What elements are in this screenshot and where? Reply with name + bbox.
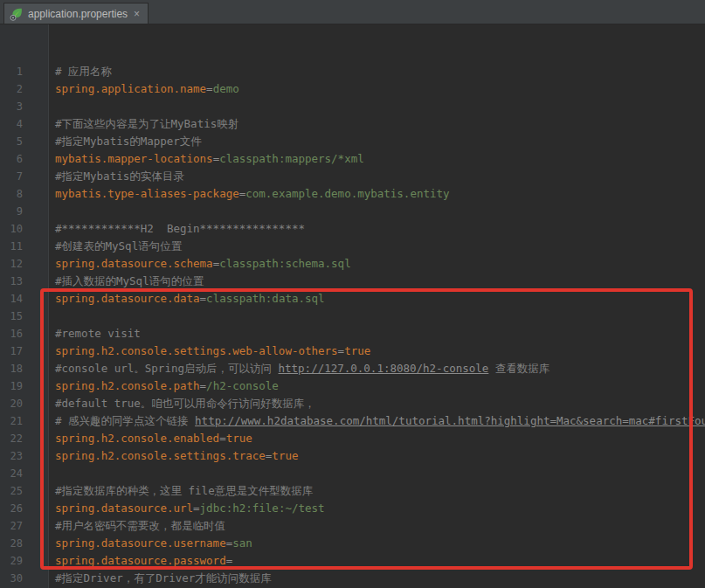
code-line[interactable]: 11#创建表的MySql语句位置 (0, 238, 705, 255)
code-text: #remote visit (23, 325, 141, 342)
code-text: # 感兴趣的同学点这个链接 http://www.h2database.com/… (23, 412, 705, 430)
code-text (23, 308, 55, 325)
code-text: #指定Mybatis的实体目录 (23, 168, 184, 185)
code-line[interactable]: 10#************H2 Begin**************** (0, 220, 705, 238)
line-number: 4 (0, 115, 23, 133)
code-line[interactable]: 9 (0, 203, 705, 220)
editor-tab-bar: application.properties × (0, 0, 705, 24)
code-line[interactable]: 19spring.h2.console.path=/h2-console (0, 377, 705, 395)
line-number: 26 (0, 500, 23, 517)
line-number: 12 (0, 255, 23, 273)
code-line[interactable]: 17spring.h2.console.settings.web-allow-o… (0, 342, 705, 360)
code-text: # 应用名称 (23, 63, 112, 80)
line-number: 29 (0, 552, 23, 570)
code-text: spring.datasource.username=san (23, 535, 252, 552)
code-line[interactable]: 8mybatis.type-aliases-package=com.exampl… (0, 185, 705, 203)
code-text: #console url。Spring启动后，可以访问 http://127.0… (23, 360, 549, 377)
code-line[interactable]: 6mybatis.mapper-locations=classpath:mapp… (0, 150, 705, 168)
line-number: 13 (0, 273, 23, 290)
line-number: 7 (0, 168, 23, 185)
line-number: 24 (0, 465, 23, 482)
tab-application-properties[interactable]: application.properties × (3, 3, 149, 24)
code-text (23, 98, 55, 115)
line-number: 19 (0, 377, 23, 395)
line-number: 20 (0, 395, 23, 412)
code-line[interactable]: 14spring.datasource.data=classpath:data.… (0, 290, 705, 308)
line-number: 25 (0, 482, 23, 500)
code-line[interactable]: 24 (0, 465, 705, 482)
code-line[interactable]: 26spring.datasource.url=jdbc:h2:file:~/t… (0, 500, 705, 517)
tab-title: application.properties (28, 8, 128, 20)
line-number: 22 (0, 430, 23, 447)
code-line[interactable]: 7#指定Mybatis的实体目录 (0, 168, 705, 185)
line-number: 8 (0, 185, 23, 203)
code-text: mybatis.mapper-locations=classpath:mappe… (23, 150, 364, 168)
code-text: spring.datasource.schema=classpath:schem… (23, 255, 351, 273)
line-number: 21 (0, 412, 23, 430)
line-number: 15 (0, 308, 23, 325)
line-number: 30 (0, 570, 23, 587)
code-lines: 1# 应用名称2spring.application.name=demo34#下… (0, 63, 705, 588)
code-text (23, 203, 55, 220)
code-line[interactable]: 2spring.application.name=demo (0, 80, 705, 98)
code-line[interactable]: 3 (0, 98, 705, 115)
code-line[interactable]: 1# 应用名称 (0, 63, 705, 80)
code-line[interactable]: 13#插入数据的MySql语句的位置 (0, 273, 705, 290)
code-text: #用户名密码不需要改，都是临时值 (23, 517, 225, 535)
code-text: #创建表的MySql语句位置 (23, 238, 182, 255)
code-line[interactable]: 25#指定数据库的种类，这里 file意思是文件型数据库 (0, 482, 705, 500)
line-number: 6 (0, 150, 23, 168)
line-number: 23 (0, 447, 23, 465)
code-line[interactable]: 27#用户名密码不需要改，都是临时值 (0, 517, 705, 535)
code-text: spring.datasource.data=classpath:data.sq… (23, 290, 325, 308)
code-text: #指定Mybatis的Mapper文件 (23, 133, 202, 150)
code-line[interactable]: 22spring.h2.console.enabled=true (0, 430, 705, 447)
line-number: 10 (0, 220, 23, 238)
code-editor[interactable]: 1# 应用名称2spring.application.name=demo34#下… (0, 24, 705, 588)
code-text: #指定数据库的种类，这里 file意思是文件型数据库 (23, 482, 313, 500)
code-line[interactable]: 23spring.h2.console.settings.trace=true (0, 447, 705, 465)
line-number: 3 (0, 98, 23, 115)
line-number: 11 (0, 238, 23, 255)
tab-close-icon[interactable]: × (132, 8, 142, 20)
line-number: 5 (0, 133, 23, 150)
code-line[interactable]: 15 (0, 308, 705, 325)
spring-properties-file-icon (10, 7, 24, 21)
code-line[interactable]: 5#指定Mybatis的Mapper文件 (0, 133, 705, 150)
line-number: 9 (0, 203, 23, 220)
code-text: spring.application.name=demo (23, 80, 239, 98)
hyperlink[interactable]: http://www.h2database.com/html/tutorial.… (195, 414, 705, 427)
code-line[interactable]: 20#default true。咱也可以用命令行访问好数据库， (0, 395, 705, 412)
code-text: spring.h2.console.enabled=true (23, 430, 252, 447)
hyperlink[interactable]: http://127.0.0.1:8080/h2-console (279, 362, 489, 375)
code-text: spring.datasource.url=jdbc:h2:file:~/tes… (23, 500, 325, 517)
code-text: spring.h2.console.path=/h2-console (23, 377, 279, 395)
ide-window: application.properties × 1# 应用名称2spring.… (0, 0, 705, 588)
line-number: 14 (0, 290, 23, 308)
code-text: #default true。咱也可以用命令行访问好数据库， (23, 395, 315, 412)
code-text: #************H2 Begin**************** (23, 220, 305, 238)
line-number: 18 (0, 360, 23, 377)
code-text: #下面这些内容是为了让MyBatis映射 (23, 115, 238, 133)
code-line[interactable]: 16#remote visit (0, 325, 705, 342)
code-line[interactable]: 29spring.datasource.password= (0, 552, 705, 570)
code-line[interactable]: 12spring.datasource.schema=classpath:sch… (0, 255, 705, 273)
line-number: 17 (0, 342, 23, 360)
code-line[interactable]: 4#下面这些内容是为了让MyBatis映射 (0, 115, 705, 133)
code-line[interactable]: 21# 感兴趣的同学点这个链接 http://www.h2database.co… (0, 412, 705, 430)
code-line[interactable]: 18#console url。Spring启动后，可以访问 http://127… (0, 360, 705, 377)
line-number: 28 (0, 535, 23, 552)
code-text: spring.h2.console.settings.trace=true (23, 447, 298, 465)
line-number: 27 (0, 517, 23, 535)
line-number: 2 (0, 80, 23, 98)
line-number: 16 (0, 325, 23, 342)
code-text: #指定Driver，有了Driver才能访问数据库 (23, 570, 272, 587)
line-number: 1 (0, 63, 23, 80)
code-text: #插入数据的MySql语句的位置 (23, 273, 204, 290)
code-text: mybatis.type-aliases-package=com.example… (23, 185, 450, 203)
code-text: spring.datasource.password= (23, 552, 232, 570)
code-text: spring.h2.console.settings.web-allow-oth… (23, 342, 370, 360)
code-line[interactable]: 30#指定Driver，有了Driver才能访问数据库 (0, 570, 705, 587)
code-text (23, 465, 55, 482)
code-line[interactable]: 28spring.datasource.username=san (0, 535, 705, 552)
